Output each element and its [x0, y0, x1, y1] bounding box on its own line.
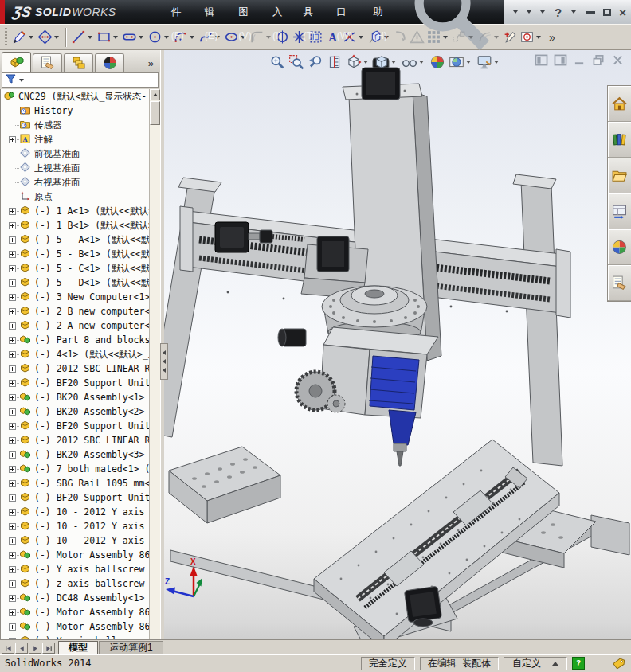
tree-item[interactable]: (-) 5 - C<1> (默认<<默认 — [1, 261, 160, 275]
save-button-dropdown[interactable] — [540, 10, 545, 14]
collapse-right-pane-button[interactable] — [554, 54, 567, 66]
menu-item-6[interactable]: 窗口(W) — [326, 0, 363, 48]
tree-item[interactable]: (-) 2 B new computer<1> — [1, 304, 160, 318]
tree-item[interactable]: (-) BF20 Support Unit<2> — [1, 419, 160, 433]
smart-dimension-button[interactable] — [37, 27, 62, 48]
tree-item[interactable]: (-) 10 - 2012 Y axis mo — [1, 505, 160, 519]
tree-item[interactable]: (-) SBG Rail 1095 mm<1> — [1, 476, 160, 490]
open-button-dropdown[interactable] — [527, 10, 531, 14]
tree-expander[interactable] — [9, 423, 16, 430]
tree-item[interactable]: (-) 2 A new computer<1> — [1, 318, 160, 333]
datum-target-button[interactable] — [519, 27, 544, 48]
menu-item-5[interactable]: 工具(T) — [293, 0, 327, 48]
line-button-dropdown[interactable] — [88, 36, 92, 39]
straight-slot-button[interactable] — [121, 27, 147, 48]
tree-item[interactable]: (-) 5 - D<1> (默认<<默认 — [1, 275, 160, 290]
status-custom-dropdown[interactable]: 自定义 — [504, 657, 567, 670]
tree-item[interactable]: 原点 — [1, 189, 160, 204]
tree-expander[interactable] — [9, 351, 16, 358]
window-close-button[interactable]: × — [619, 6, 626, 18]
tab-scroll-next-button[interactable] — [29, 643, 41, 654]
straight-slot-button-dropdown[interactable] — [139, 36, 143, 39]
scrollbar-up-button[interactable] — [150, 89, 160, 100]
sketch-button[interactable] — [11, 27, 37, 48]
tree-expander[interactable] — [9, 580, 16, 588]
instant3d-button[interactable] — [502, 27, 519, 48]
filter-dropdown[interactable] — [19, 79, 24, 82]
doc-tab-2[interactable]: 运动算例1 — [99, 641, 163, 654]
tab-scroll-last-button[interactable] — [42, 643, 55, 654]
task-pane-file-explorer-button[interactable] — [608, 158, 631, 193]
tree-item[interactable]: (-) BF20 Support Unit<3> — [1, 490, 160, 505]
filter-input[interactable] — [2, 72, 159, 88]
hide-show-items-button[interactable] — [400, 53, 428, 72]
tree-expander[interactable] — [9, 208, 16, 215]
new-document-button[interactable] — [509, 9, 523, 15]
panel-collapse-handle[interactable] — [160, 343, 168, 380]
tree-item[interactable]: 上视基准面 — [1, 161, 160, 175]
tree-expander[interactable] — [9, 523, 16, 530]
tree-item[interactable]: A注解 — [1, 132, 160, 147]
doc-minimize-button[interactable] — [573, 54, 586, 66]
tab-configurationmanager[interactable] — [64, 53, 93, 72]
corner-rectangle-button[interactable] — [96, 27, 121, 48]
hide-show-items-button-dropdown[interactable] — [419, 61, 424, 64]
tree-item[interactable]: (-) 5 - A<1> (默认<<默认 — [1, 232, 160, 247]
window-restore-button[interactable] — [603, 9, 611, 16]
view-settings-button-dropdown[interactable] — [494, 61, 499, 64]
task-pane-resources-button[interactable] — [608, 86, 631, 122]
tree-expander[interactable] — [9, 365, 16, 373]
tree-expander[interactable] — [9, 437, 16, 444]
help-dropdown[interactable] — [571, 10, 576, 14]
tree-expander[interactable] — [9, 322, 16, 330]
menu-item-2[interactable]: 编辑(E) — [194, 0, 229, 48]
tree-item[interactable]: 传感器 — [1, 118, 160, 132]
doc-close-button[interactable] — [611, 54, 625, 66]
open-button[interactable] — [523, 9, 536, 15]
tree-expander[interactable] — [9, 623, 16, 631]
view-orientation-button-dropdown[interactable] — [363, 61, 368, 64]
menu-item-1[interactable]: 文件(F) — [161, 0, 194, 48]
display-style-button-dropdown[interactable] — [391, 61, 396, 64]
toolbar-overflow-button[interactable]: » — [549, 31, 555, 44]
tree-expander[interactable] — [9, 408, 16, 416]
tree-root-item[interactable]: CNC29 (默认<默认_显示状态- — [1, 89, 160, 104]
toolbar-grip[interactable] — [5, 28, 7, 47]
tree-item[interactable]: (-) DC48 Assembly<1> (默 — [1, 591, 160, 605]
tree-expander[interactable] — [9, 337, 16, 344]
display-style-button[interactable] — [372, 53, 400, 72]
tree-expander[interactable] — [9, 509, 16, 516]
zoom-to-fit-button[interactable] — [268, 53, 287, 72]
tree-item[interactable]: (-) BK20 Assembly<1> (默 — [1, 390, 160, 404]
scrollbar-thumb[interactable] — [150, 101, 160, 125]
tree-expander[interactable] — [9, 136, 16, 143]
tree-item[interactable]: History — [1, 104, 160, 118]
tree-expander[interactable] — [9, 466, 16, 473]
view-orientation-button[interactable] — [344, 53, 372, 72]
tree-item[interactable]: (-) Y axis ballscrew dr — [1, 562, 160, 576]
new-document-button-dropdown[interactable] — [513, 10, 518, 14]
tree-item[interactable]: (-) Y axis ballscrew dr — [1, 634, 160, 639]
tree-item[interactable]: (-) 4<1> (默认<<默认>_显 — [1, 347, 160, 361]
tree-item[interactable]: (-) Part 8 and blocks<1> — [1, 333, 160, 347]
tree-expander[interactable] — [9, 294, 16, 301]
task-pane-custom-properties-button[interactable] — [608, 265, 631, 301]
edit-appearance-button[interactable] — [428, 53, 447, 72]
smart-dimension-button-dropdown[interactable] — [54, 36, 59, 39]
corner-rectangle-button-dropdown[interactable] — [113, 36, 118, 39]
tree-item[interactable]: 右视基准面 — [1, 175, 160, 189]
tree-item[interactable]: (-) 7 both mated<1> (默 — [1, 462, 160, 476]
tree-expander[interactable] — [9, 537, 16, 545]
tree-item[interactable]: (-) 2012 SBC LINEAR Rail — [1, 361, 160, 376]
tab-scroll-first-button[interactable] — [2, 643, 14, 654]
tree-expander[interactable] — [9, 236, 16, 244]
tree-expander[interactable] — [9, 222, 16, 229]
previous-view-button[interactable] — [306, 53, 325, 72]
apply-scene-button[interactable] — [447, 53, 475, 72]
task-pane-view-palette-button[interactable] — [608, 193, 631, 229]
apply-scene-button-dropdown[interactable] — [466, 61, 471, 64]
doc-tab-1[interactable]: 模型 — [58, 641, 98, 654]
tab-featuremanager[interactable] — [2, 52, 31, 72]
tree-item[interactable]: (-) 1 B<1> (默认<<默认>_ — [1, 218, 160, 232]
save-button[interactable] — [536, 9, 550, 15]
